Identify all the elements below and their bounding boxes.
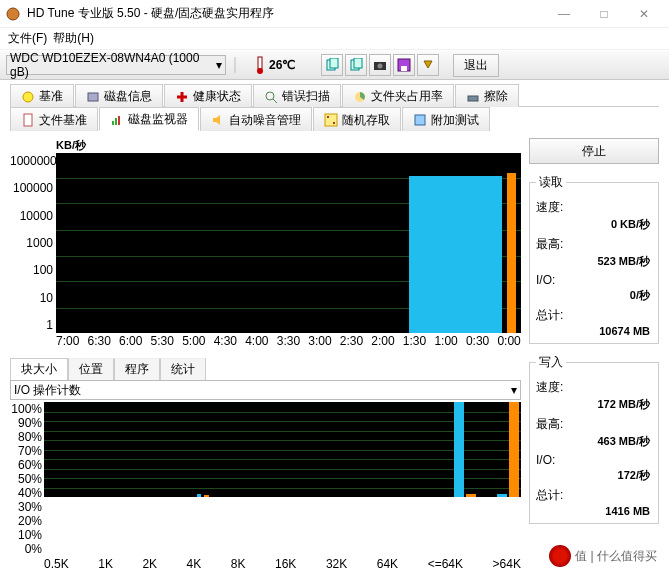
save-icon[interactable] bbox=[393, 54, 415, 76]
tab-folderusage[interactable]: 文件夹占用率 bbox=[342, 84, 454, 107]
titlebar: HD Tune 专业版 5.50 - 硬盘/固态硬盘实用程序 — □ ✕ bbox=[0, 0, 669, 28]
chart1-xaxis: 7:006:30 6:005:30 5:004:30 4:003:30 3:00… bbox=[56, 333, 521, 348]
svg-line-15 bbox=[273, 99, 277, 103]
options-icon[interactable] bbox=[417, 54, 439, 76]
menu-file[interactable]: 文件(F) bbox=[8, 30, 47, 47]
svg-rect-25 bbox=[415, 115, 425, 125]
read-legend: 读取 bbox=[536, 174, 566, 191]
write-history-bar bbox=[507, 173, 516, 333]
screenshot-icon[interactable] bbox=[369, 54, 391, 76]
write-legend: 写入 bbox=[536, 354, 566, 371]
svg-rect-22 bbox=[325, 114, 337, 126]
separator-icon bbox=[232, 55, 238, 75]
chart-throughput: KB/秒 1000000 100000 10000 1000 100 10 1 bbox=[10, 138, 521, 348]
exit-button[interactable]: 退出 bbox=[453, 54, 499, 77]
tab-erase[interactable]: 擦除 bbox=[455, 84, 519, 107]
app-icon bbox=[5, 6, 21, 22]
svg-point-12 bbox=[23, 92, 33, 102]
chart2-yaxis: 100%90% 80%70% 60%50% 40%30% 20%10% 0% bbox=[10, 402, 44, 556]
minimize-button[interactable]: — bbox=[544, 2, 584, 26]
write-max: 463 MB/秒 bbox=[536, 434, 652, 449]
chevron-down-icon: ▾ bbox=[511, 383, 517, 397]
smzdm-icon bbox=[549, 545, 571, 567]
watermark: 值 | 什么值得买 bbox=[545, 543, 661, 569]
pie-icon bbox=[353, 90, 367, 104]
tab-random[interactable]: 随机存取 bbox=[313, 107, 401, 131]
health-icon bbox=[175, 90, 189, 104]
svg-rect-19 bbox=[112, 121, 114, 125]
svg-rect-11 bbox=[401, 66, 407, 71]
svg-point-3 bbox=[257, 68, 263, 74]
chart-blocksize: 100%90% 80%70% 60%50% 40%30% 20%10% 0% bbox=[10, 402, 521, 556]
benchmark-icon bbox=[21, 90, 35, 104]
tab-aam[interactable]: 自动噪音管理 bbox=[200, 107, 312, 131]
tab-filebench[interactable]: 文件基准 bbox=[10, 107, 98, 131]
svg-point-14 bbox=[266, 92, 274, 100]
svg-point-23 bbox=[327, 116, 329, 118]
chart1-ylabel: KB/秒 bbox=[56, 138, 521, 153]
info-icon bbox=[86, 90, 100, 104]
random-icon bbox=[324, 113, 338, 127]
read-total: 10674 MB bbox=[536, 325, 652, 337]
tab-info[interactable]: 磁盘信息 bbox=[75, 84, 163, 107]
write-io: 172/秒 bbox=[536, 468, 652, 483]
chevron-down-icon: ▾ bbox=[216, 58, 222, 72]
read-panel: 读取 速度:0 KB/秒 最高:523 MB/秒 I/O:0/秒 总计:1067… bbox=[529, 174, 659, 344]
menu-help[interactable]: 帮助(H) bbox=[53, 30, 94, 47]
subtab-blocksize[interactable]: 块大小 bbox=[10, 358, 68, 380]
window-title: HD Tune 专业版 5.50 - 硬盘/固态硬盘实用程序 bbox=[27, 5, 274, 22]
erase-icon bbox=[466, 90, 480, 104]
svg-rect-18 bbox=[24, 114, 32, 126]
tabs: 基准 磁盘信息 健康状态 错误扫描 文件夹占用率 擦除 文件基准 磁盘监视器 自… bbox=[0, 80, 669, 130]
read-speed: 0 KB/秒 bbox=[536, 217, 652, 232]
sound-icon bbox=[211, 113, 225, 127]
svg-rect-21 bbox=[118, 116, 120, 125]
file-icon bbox=[21, 113, 35, 127]
temp-value: 26℃ bbox=[269, 58, 295, 72]
close-button[interactable]: ✕ bbox=[624, 2, 664, 26]
tab-health[interactable]: 健康状态 bbox=[164, 84, 252, 107]
tab-extra[interactable]: 附加测试 bbox=[402, 107, 490, 131]
read-history-bar bbox=[409, 176, 502, 333]
drive-select-label: WDC WD10EZEX-08WN4A0 (1000 gB) bbox=[10, 51, 216, 79]
write-panel: 写入 速度:172 MB/秒 最高:463 MB/秒 I/O:172/秒 总计:… bbox=[529, 354, 659, 524]
svg-rect-17 bbox=[468, 96, 478, 101]
chart1-plot bbox=[56, 153, 521, 333]
scan-icon bbox=[264, 90, 278, 104]
svg-rect-5 bbox=[330, 58, 338, 68]
subtab-stats[interactable]: 统计 bbox=[160, 358, 206, 380]
svg-point-9 bbox=[378, 64, 383, 69]
copy-icon[interactable] bbox=[321, 54, 343, 76]
drive-select[interactable]: WDC WD10EZEX-08WN4A0 (1000 gB) ▾ bbox=[6, 55, 226, 75]
toolbar: WDC WD10EZEX-08WN4A0 (1000 gB) ▾ 26℃ 退出 bbox=[0, 50, 669, 80]
read-io: 0/秒 bbox=[536, 288, 652, 303]
stop-button[interactable]: 停止 bbox=[529, 138, 659, 164]
io-select[interactable]: I/O 操作计数 ▾ bbox=[10, 380, 521, 400]
maximize-button[interactable]: □ bbox=[584, 2, 624, 26]
svg-rect-20 bbox=[115, 118, 117, 125]
copy2-icon[interactable] bbox=[345, 54, 367, 76]
svg-point-24 bbox=[333, 122, 335, 124]
write-speed: 172 MB/秒 bbox=[536, 397, 652, 412]
temp-display: 26℃ bbox=[254, 55, 295, 75]
chart2-xaxis: 0.5K1K 2K4K 8K16K 32K64K <=64K>64K bbox=[44, 556, 521, 571]
tab-monitor[interactable]: 磁盘监视器 bbox=[99, 107, 199, 131]
svg-rect-7 bbox=[354, 58, 362, 68]
chart2-plot bbox=[44, 402, 521, 497]
svg-point-0 bbox=[7, 8, 19, 20]
svg-rect-13 bbox=[88, 93, 98, 101]
svg-rect-2 bbox=[258, 57, 262, 69]
chart-icon bbox=[110, 113, 124, 127]
extra-icon bbox=[413, 113, 427, 127]
menubar: 文件(F) 帮助(H) bbox=[0, 28, 669, 50]
thermometer-icon bbox=[254, 55, 266, 75]
tab-errorscan[interactable]: 错误扫描 bbox=[253, 84, 341, 107]
subtab-position[interactable]: 位置 bbox=[68, 358, 114, 380]
chart1-yaxis: 1000000 100000 10000 1000 100 10 1 bbox=[10, 153, 56, 333]
tab-benchmark[interactable]: 基准 bbox=[10, 84, 74, 107]
write-total: 1416 MB bbox=[536, 505, 652, 517]
read-max: 523 MB/秒 bbox=[536, 254, 652, 269]
subtabs: 块大小 位置 程序 统计 bbox=[10, 358, 521, 380]
subtab-program[interactable]: 程序 bbox=[114, 358, 160, 380]
